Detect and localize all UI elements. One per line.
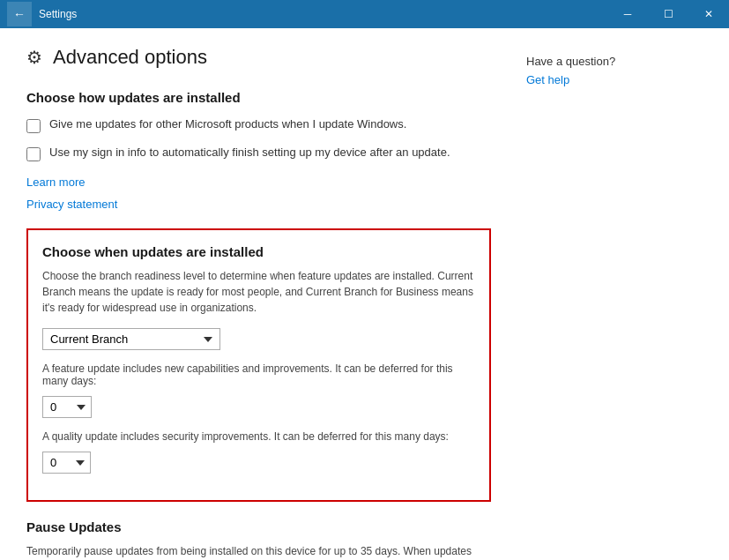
back-button[interactable]: ← [7,2,32,26]
pause-section: Pause Updates Temporarily pause updates … [26,519,491,560]
gear-icon: ⚙ [26,47,42,68]
quality-label: A quality update includes security impro… [42,430,475,443]
pause-desc: Temporarily pause updates from being ins… [26,543,491,560]
right-panel: Have a question? Get help [526,46,703,560]
feature-label: A feature update includes new capabiliti… [42,362,475,387]
title-bar-left: ← Settings [7,2,77,26]
window-title: Settings [39,8,77,20]
maximize-button[interactable]: ☐ [648,0,688,28]
install-section-title: Choose how updates are installed [26,90,491,105]
title-bar: ← Settings ─ ☐ ✕ [0,0,729,28]
left-panel: ⚙ Advanced options Choose how updates ar… [26,46,491,560]
checkbox-row-1: Give me updates for other Microsoft prod… [26,117,491,133]
pause-section-title: Pause Updates [26,519,491,534]
feature-defer-dropdown[interactable]: 0 30 60 90 120 150 180 [42,396,92,418]
when-section-title: Choose when updates are installed [42,244,475,259]
main-content: ⚙ Advanced options Choose how updates ar… [0,28,729,560]
close-button[interactable]: ✕ [688,0,729,28]
when-section: Choose when updates are installed Choose… [26,228,491,502]
signin-checkbox-label: Use my sign in info to automatically fin… [49,146,450,159]
learn-more-link[interactable]: Learn more [26,175,85,189]
checkbox-row-2: Use my sign in info to automatically fin… [26,146,491,161]
privacy-link[interactable]: Privacy statement [26,198,117,211]
get-help-link[interactable]: Get help [526,73,569,86]
page-title: Advanced options [53,46,207,69]
updates-checkbox-label: Give me updates for other Microsoft prod… [49,117,406,131]
minimize-button[interactable]: ─ [607,0,648,28]
install-section: Choose how updates are installed Give me… [26,90,491,228]
branch-dropdown[interactable]: Current Branch Current Branch for Busine… [42,328,220,350]
window-controls: ─ ☐ ✕ [607,0,729,28]
when-section-desc: Choose the branch readiness level to det… [42,268,475,316]
page-header: ⚙ Advanced options [26,46,491,69]
signin-checkbox[interactable] [26,147,41,161]
help-text: Have a question? [526,55,703,68]
main-area: ⚙ Advanced options Choose how updates ar… [0,28,729,560]
updates-checkbox[interactable] [26,119,41,133]
quality-defer-dropdown[interactable]: 0 7 14 21 28 [42,452,91,474]
